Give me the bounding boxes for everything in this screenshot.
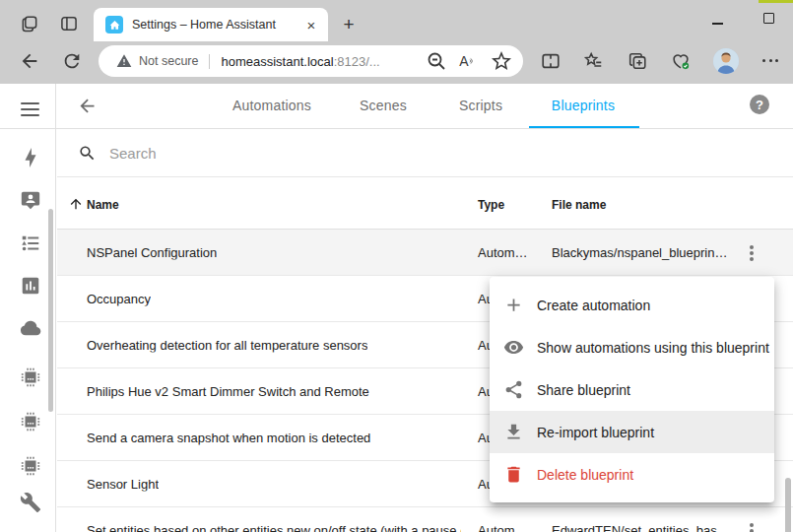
plus-icon <box>503 295 524 315</box>
menu-item-share-blueprint[interactable]: Share blueprint <box>490 368 774 411</box>
ha-sidebar <box>0 84 56 532</box>
row-type: Autom… <box>478 245 528 260</box>
tab-automations[interactable]: Automations <box>232 98 311 113</box>
home-assistant-favicon-icon <box>105 16 123 33</box>
table-row[interactable]: Set entities based on other entities new… <box>57 507 793 532</box>
tab-actions-icon[interactable] <box>59 14 79 33</box>
table-header: Name Type File name <box>57 178 793 230</box>
wrench-icon[interactable] <box>20 492 41 513</box>
menu-item-label: Share blueprint <box>537 382 630 398</box>
row-name: Set entities based on other entities new… <box>87 523 461 532</box>
trash-icon <box>503 464 524 485</box>
security-label[interactable]: Not secure <box>139 54 198 68</box>
browser-tab[interactable]: Settings – Home Assistant × <box>94 8 328 41</box>
row-name: Sensor Light <box>87 477 159 492</box>
history-chart-icon[interactable] <box>20 275 41 297</box>
assist-badge-icon[interactable] <box>20 189 41 211</box>
screen: Settings – Home Assistant × + Not secure… <box>0 0 793 532</box>
window-maximize-icon[interactable] <box>763 13 774 24</box>
column-header-file[interactable]: File name <box>552 198 606 212</box>
browser-refresh-icon[interactable] <box>61 50 83 72</box>
menu-item-show-automations[interactable]: Show automations using this blueprint <box>490 326 774 368</box>
menu-item-reimport-blueprint[interactable]: Re-import blueprint <box>490 411 774 453</box>
new-tab-button[interactable]: + <box>338 14 360 35</box>
tab-close-icon[interactable]: × <box>302 16 320 33</box>
column-header-type[interactable]: Type <box>478 198 504 212</box>
home-assistant-page: Automations Scenes Scripts Blueprints ? … <box>0 84 793 532</box>
row-type: Autom… <box>478 523 528 532</box>
ha-back-icon[interactable] <box>77 96 98 116</box>
sidebar-scrollbar[interactable] <box>48 209 53 412</box>
chip-icon[interactable] <box>20 455 41 477</box>
logbook-list-icon[interactable] <box>20 233 41 254</box>
row-overflow-menu-icon[interactable] <box>740 241 763 265</box>
browser-essentials-icon[interactable] <box>670 50 692 72</box>
browser-chrome: Settings – Home Assistant × + Not secure… <box>0 0 793 84</box>
collections-add-icon[interactable] <box>627 50 648 72</box>
menu-item-create-automation[interactable]: Create automation <box>490 284 774 326</box>
row-file: Blackymas/nspanel_blueprin… <box>552 245 727 260</box>
menu-item-label: Delete blueprint <box>537 467 633 483</box>
cloud-icon[interactable] <box>20 317 41 339</box>
column-header-name[interactable]: Name <box>87 198 119 212</box>
row-overflow-menu-icon[interactable] <box>740 519 763 532</box>
favorites-list-icon[interactable] <box>582 50 604 72</box>
help-button[interactable]: ? <box>750 95 769 114</box>
eye-icon <box>503 337 524 358</box>
browser-back-icon[interactable] <box>19 50 40 72</box>
menu-item-label: Show automations using this blueprint <box>537 340 769 356</box>
sort-ascending-icon[interactable] <box>68 196 84 212</box>
read-aloud-icon[interactable]: A <box>457 49 481 73</box>
favorite-star-icon[interactable] <box>490 49 513 73</box>
workspaces-icon[interactable] <box>20 14 39 33</box>
row-name: Occupancy <box>87 292 151 306</box>
row-name: NSPanel Configuration <box>87 245 217 260</box>
tab-title: Settings – Home Assistant <box>132 18 302 32</box>
table-row[interactable]: NSPanel Configuration Autom… Blackymas/n… <box>57 230 793 276</box>
search-input[interactable] <box>109 145 793 162</box>
content-scrollbar[interactable] <box>785 478 791 532</box>
not-secure-warning-icon <box>116 53 132 69</box>
search-row <box>57 129 793 177</box>
ha-header: Automations Scenes Scripts Blueprints ? <box>57 84 793 128</box>
tab-scenes[interactable]: Scenes <box>360 98 407 113</box>
tab-scripts[interactable]: Scripts <box>459 98 502 113</box>
blueprint-context-menu: Create automation Show automations using… <box>490 277 774 502</box>
menu-item-label: Create automation <box>537 298 650 313</box>
row-name: Overheating detection for all temperatur… <box>87 338 367 353</box>
energy-icon[interactable] <box>20 147 41 168</box>
row-name: Send a camera snapshot when motion is de… <box>87 431 370 445</box>
background-window-strip <box>759 0 793 3</box>
url-host[interactable]: homeassistant.local <box>221 54 333 69</box>
download-icon <box>503 422 524 442</box>
menu-item-label: Re-import blueprint <box>537 425 654 440</box>
menu-item-delete-blueprint[interactable]: Delete blueprint <box>490 453 774 496</box>
address-divider <box>209 54 210 69</box>
url-path[interactable]: :8123/... <box>334 54 380 69</box>
tab-blueprints[interactable]: Blueprints <box>552 98 615 113</box>
chip-icon[interactable] <box>20 411 41 432</box>
browser-menu-icon[interactable] <box>762 59 778 62</box>
row-file: EdwardTEN/set_entities_bas… <box>552 523 730 532</box>
row-name: Philips Hue v2 Smart Dimmer Switch and R… <box>87 384 369 399</box>
sidebar-menu-icon[interactable] <box>21 102 39 116</box>
profile-avatar[interactable] <box>713 48 739 74</box>
window-minimize-icon[interactable] <box>712 23 723 25</box>
search-icon <box>78 144 97 163</box>
split-screen-icon[interactable] <box>540 50 562 72</box>
chip-icon[interactable] <box>20 366 41 388</box>
zoom-out-icon[interactable] <box>425 49 448 73</box>
address-bar[interactable]: Not secure homeassistant.local :8123/...… <box>99 45 523 77</box>
share-icon <box>503 379 524 400</box>
